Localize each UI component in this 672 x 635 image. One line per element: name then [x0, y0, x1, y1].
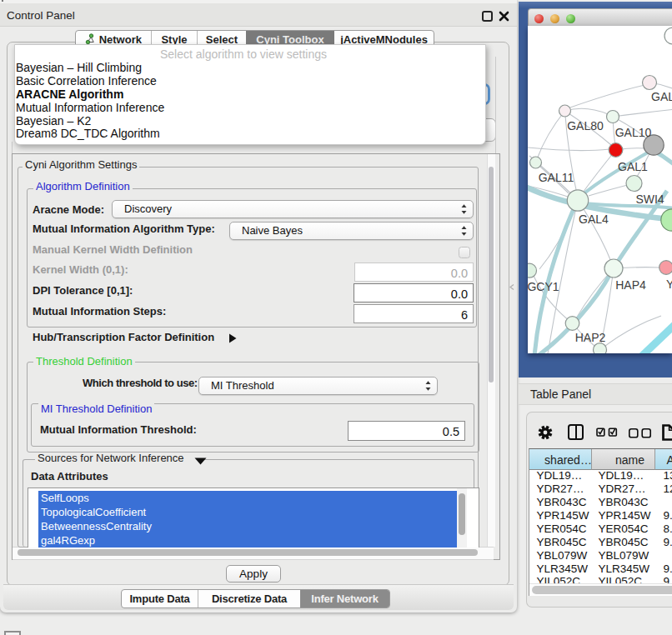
- svg-text:SWI4: SWI4: [635, 192, 664, 206]
- svg-text:GCY1: GCY1: [528, 280, 559, 293]
- svg-text:GAL8: GAL8: [651, 90, 672, 103]
- svg-text:GAL80: GAL80: [567, 119, 604, 132]
- svg-text:GAL10: GAL10: [615, 126, 652, 139]
- svg-text:GAL4: GAL4: [579, 212, 609, 226]
- svg-text:GAL11: GAL11: [539, 171, 574, 184]
- svg-text:HAP4: HAP4: [615, 278, 646, 292]
- svg-text:YM: YM: [666, 278, 672, 291]
- svg-text:HAP2: HAP2: [575, 331, 606, 344]
- svg-text:GAL1: GAL1: [618, 160, 648, 173]
